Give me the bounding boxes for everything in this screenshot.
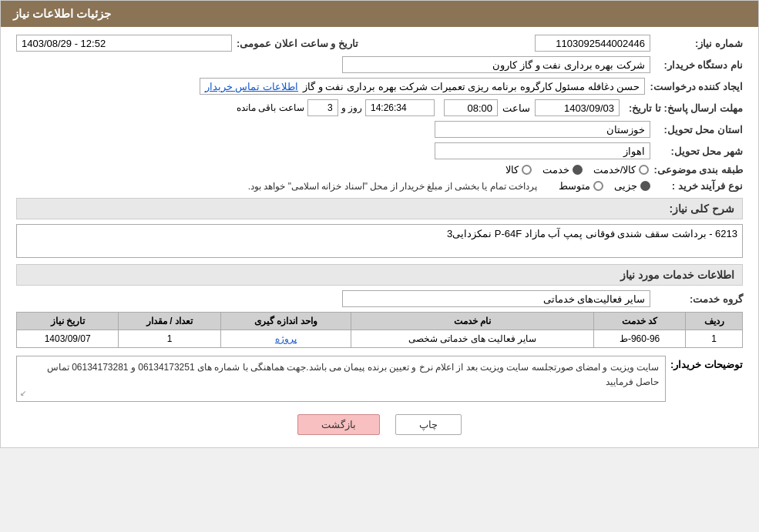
radio-circle-motavaset: [593, 181, 603, 191]
namdastgah-value: شرکت بهره برداری نفت و گاز کارون: [342, 56, 650, 73]
goroh-value: سایر فعالیت‌های خدماتی: [342, 290, 650, 307]
radio-khedmat: خدمت: [542, 164, 583, 176]
shahr-label: شهر محل تحویل:: [650, 146, 743, 157]
time-remaining-clock: 14:26:34: [365, 99, 435, 116]
td-tedad: 1: [119, 330, 220, 348]
th-vahed: واحد اندازه گیری: [220, 313, 351, 330]
kalakhedmat-label: کالا/خدمت: [593, 164, 636, 176]
ejadkonande-value: حسن دغافله مسئول کارگروه برنامه ریزی تعم…: [200, 78, 646, 95]
th-name: نام خدمت: [351, 313, 594, 330]
tabaghebandi-radios: کالا/خدمت خدمت کالا: [505, 164, 650, 176]
tabaghebandi-label: طبقه بندی موضوعی:: [649, 164, 743, 176]
tawzih-section: توضیحات خریدار: سایت ویزیت و امضای صورتج…: [16, 356, 743, 402]
shomareNiaz-label: شماره نیاز:: [650, 38, 743, 49]
shahr-value: اهواز: [435, 142, 650, 159]
services-table-head: ردیف کد خدمت نام خدمت واحد اندازه گیری ت…: [17, 313, 743, 330]
sharh-koli-row: 6213 - برداشت سقف شندی فوقانی پمپ آب ماز…: [16, 224, 743, 258]
print-button[interactable]: چاپ: [395, 414, 462, 435]
nowfarayand-row: نوع فرآیند خرید : جزیی متوسط پرداخت تمام…: [16, 180, 743, 192]
page-title: جزئیات اطلاعات نیاز: [13, 7, 111, 20]
content-area: شماره نیاز: 1103092544002446 تاریخ و ساع…: [1, 27, 758, 447]
nowfarayand-radios: جزیی متوسط پرداخت تمام یا بخشی از مبلغ خ…: [248, 180, 650, 192]
tabaghebandi-row: طبقه بندی موضوعی: کالا/خدمت خدمت کالا: [16, 164, 743, 176]
tawzih-label: توضیحات خریدار:: [666, 356, 743, 370]
nowfarayand-note: پرداخت تمام یا بخشی از مبلغ خریدار از مح…: [248, 181, 537, 192]
tarikh-label: تاریخ و ساعت اعلان عمومی:: [232, 38, 358, 49]
button-row: بازگشت چاپ: [16, 414, 743, 435]
mohlat-saatlabel: ساعت: [502, 102, 530, 114]
radio-kala: کالا: [505, 164, 532, 176]
radio-motavaset: متوسط: [559, 180, 603, 192]
tawzih-value: سایت ویزیت و امضای صورتجلسه سایت ویزیت ب…: [16, 356, 666, 402]
ejadkonande-text: حسن دغافله مسئول کارگروه برنامه ریزی تعم…: [303, 81, 640, 92]
khadamat-section-title: اطلاعات خدمات مورد نیاز: [16, 264, 743, 286]
radio-kalakhedmat: کالا/خدمت: [593, 164, 650, 176]
td-vahed: پروژه: [220, 330, 351, 348]
radio-circle-kala: [522, 165, 532, 175]
roz-label: روز و: [341, 102, 362, 113]
ostan-row: استان محل تحویل: خوزستان: [16, 121, 743, 138]
namdastgah-row: نام دستگاه خریدار: شرکت بهره برداری نفت …: [16, 56, 743, 73]
ostan-value: خوزستان: [435, 121, 650, 138]
corner-arrow-icon: ↙: [20, 387, 26, 400]
sharh-koli-value: 6213 - برداشت سقف شندی فوقانی پمپ آب ماز…: [16, 224, 743, 258]
th-tedad: تعداد / مقدار: [119, 313, 220, 330]
back-button[interactable]: بازگشت: [297, 414, 380, 435]
services-header-row: ردیف کد خدمت نام خدمت واحد اندازه گیری ت…: [17, 313, 743, 330]
mohlat-date: 1403/09/03: [535, 99, 620, 116]
ostan-label: استان محل تحویل:: [650, 124, 743, 136]
shahr-row: شهر محل تحویل: اهواز: [16, 142, 743, 159]
td-kod: 960-96-ط: [594, 330, 686, 348]
services-table: ردیف کد خدمت نام خدمت واحد اندازه گیری ت…: [16, 312, 743, 348]
namdastgah-label: نام دستگاه خریدار:: [650, 59, 743, 71]
services-table-body: 1960-96-طسایر فعالیت های خدماتی شخصیپروژ…: [17, 330, 743, 348]
radio-circle-khedmat: [573, 165, 583, 175]
niaz-tarikh-row: شماره نیاز: 1103092544002446 تاریخ و ساع…: [16, 35, 743, 52]
mohlat-saat: 08:00: [444, 99, 498, 116]
motavaset-label: متوسط: [559, 180, 590, 192]
jezyi-label: جزیی: [614, 180, 637, 192]
sharh-koli-title: شرح کلی نیاز:: [16, 198, 743, 219]
kala-label: کالا: [505, 164, 519, 176]
tarikh-value: 1403/08/29 - 12:52: [16, 35, 232, 52]
goroh-label: گروه خدمت:: [650, 293, 743, 305]
td-name: سایر فعالیت های خدماتی شخصی: [351, 330, 594, 348]
saatmande-label: ساعت باقی مانده: [237, 102, 304, 113]
th-radif: ردیف: [686, 313, 743, 330]
shomareNiaz-value: 1103092544002446: [535, 35, 650, 52]
table-row: 1960-96-طسایر فعالیت های خدماتی شخصیپروژ…: [17, 330, 743, 348]
mohlat-roz: 3: [307, 99, 338, 116]
ejadkonande-label: ایجاد کننده درخواست:: [645, 81, 743, 92]
td-tarikh: 1403/09/07: [17, 330, 119, 348]
page-header: جزئیات اطلاعات نیاز: [1, 1, 758, 27]
th-tarikh: تاریخ نیاز: [17, 313, 119, 330]
ejadkonande-link[interactable]: اطلاعات تماس خریدار: [205, 81, 298, 92]
nowfarayand-label: نوع فرآیند خرید :: [650, 180, 743, 192]
th-kod: کد خدمت: [594, 313, 686, 330]
mohlat-label: مهلت ارسال پاسخ: تا تاریخ:: [620, 102, 743, 114]
td-radif: 1: [686, 330, 743, 348]
radio-circle-kalakhedmat: [639, 165, 649, 175]
goroh-row: گروه خدمت: سایر فعالیت‌های خدماتی: [16, 290, 743, 307]
radio-jezyi: جزیی: [614, 180, 650, 192]
mohlat-row: مهلت ارسال پاسخ: تا تاریخ: 1403/09/03 سا…: [16, 99, 743, 116]
page-wrapper: جزئیات اطلاعات نیاز شماره نیاز: 11030925…: [0, 0, 759, 448]
radio-circle-jezyi: [640, 181, 650, 191]
khedmat-label: خدمت: [542, 164, 569, 176]
ejadkonande-row: ایجاد کننده درخواست: حسن دغافله مسئول کا…: [16, 78, 743, 95]
time-remaining-group: 14:26:34 روز و 3 ساعت باقی مانده: [237, 99, 435, 116]
